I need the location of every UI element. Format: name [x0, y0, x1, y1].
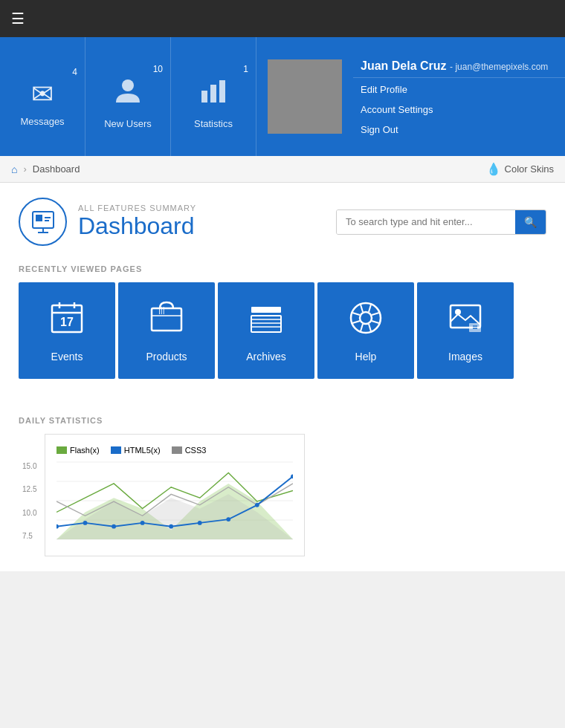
home-icon[interactable]: ⌂ — [11, 163, 17, 175]
svg-text:|||: ||| — [158, 305, 165, 314]
color-skins-dot-icon: 💧 — [486, 162, 501, 176]
daily-statistics-section: DAILY STATISTICS 15.0 12.5 10.0 7.5 Flas… — [0, 409, 565, 571]
chart-wrapper: 15.0 12.5 10.0 7.5 Flash(x) HTML5(x) — [19, 434, 301, 556]
svg-line-27 — [361, 305, 363, 312]
chart-y-labels: 15.0 12.5 10.0 7.5 — [22, 462, 36, 540]
breadcrumb-current: Dashboard — [33, 163, 80, 175]
new-users-label: New Users — [104, 118, 152, 129]
images-icon — [447, 299, 484, 343]
chart-container: Flash(x) HTML5(x) CSS3 — [45, 434, 305, 556]
hamburger-icon[interactable]: ☰ — [11, 10, 25, 27]
page-title: Dashboard — [78, 212, 196, 240]
svg-text:17: 17 — [60, 316, 74, 328]
dashboard-icon-circle — [19, 198, 67, 246]
archives-icon — [248, 299, 285, 343]
main-content: ALL FEATURES SUMMARY Dashboard 🔍 RECENTL… — [0, 183, 565, 409]
tile-products[interactable]: ||| Products — [118, 282, 215, 379]
search-input[interactable] — [337, 210, 515, 234]
svg-line-26 — [372, 321, 379, 323]
tiles-grid: 17 Events ||| Products — [19, 282, 546, 379]
svg-rect-3 — [219, 80, 225, 103]
svg-point-47 — [112, 524, 116, 529]
legend-html5: HTML5(x) — [111, 446, 161, 455]
statistics-icon — [198, 76, 228, 112]
profile-area: Juan Dela Cruz - juan@themepixels.com Ed… — [256, 37, 565, 156]
products-icon: ||| — [148, 299, 185, 343]
recently-viewed-label: RECENTLY VIEWED PAGES — [19, 264, 546, 273]
stats-bar: 4 ✉ Messages 10 New Users 1 Statistics — [0, 37, 565, 156]
svg-point-24 — [360, 312, 372, 324]
legend-css3-label: CSS3 — [185, 446, 207, 455]
color-skins-label: Color Skins — [505, 163, 554, 175]
svg-rect-18 — [251, 307, 281, 313]
svg-point-48 — [141, 521, 145, 525]
tile-archives[interactable]: Archives — [218, 282, 314, 379]
legend-flash: Flash(x) — [56, 446, 100, 455]
y-label-15: 15.0 — [22, 462, 36, 470]
svg-line-30 — [361, 324, 363, 331]
page-title-block: ALL FEATURES SUMMARY Dashboard — [78, 204, 196, 240]
new-users-count: 10 — [153, 64, 163, 74]
images-label: Images — [448, 351, 482, 363]
help-icon — [347, 299, 384, 343]
svg-rect-19 — [251, 316, 281, 332]
svg-rect-1 — [201, 91, 207, 103]
search-button[interactable]: 🔍 — [515, 210, 546, 234]
svg-line-28 — [369, 324, 371, 331]
svg-point-51 — [226, 517, 230, 521]
archives-label: Archives — [246, 351, 286, 363]
y-label-12: 12.5 — [22, 485, 36, 493]
color-skins-button[interactable]: 💧 Color Skins — [486, 162, 554, 176]
tile-images[interactable]: Images — [417, 282, 514, 379]
profile-menu-settings[interactable]: Account Settings — [353, 100, 565, 120]
chart-legend: Flash(x) HTML5(x) CSS3 — [56, 446, 293, 455]
top-navbar: ☰ — [0, 0, 565, 37]
profile-menu-signout[interactable]: Sign Out — [353, 120, 565, 140]
stat-item-statistics[interactable]: 1 Statistics — [171, 37, 256, 156]
products-label: Products — [146, 351, 187, 363]
tile-events[interactable]: 17 Events — [19, 282, 115, 379]
breadcrumb-left: ⌂ › Dashboard — [11, 163, 80, 175]
profile-name: Juan Dela Cruz - juan@themepixels.com — [353, 53, 565, 76]
breadcrumb: ⌂ › Dashboard 💧 Color Skins — [0, 156, 565, 183]
svg-line-29 — [369, 305, 371, 312]
svg-point-45 — [56, 524, 59, 529]
y-label-10: 10.0 — [22, 509, 36, 517]
profile-email: - juan@themepixels.com — [450, 62, 548, 72]
breadcrumb-separator: › — [23, 163, 26, 175]
svg-rect-35 — [469, 323, 481, 332]
events-label: Events — [51, 351, 83, 363]
messages-icon: ✉ — [31, 79, 54, 110]
svg-line-25 — [352, 313, 360, 315]
profile-dropdown: Juan Dela Cruz - juan@themepixels.com Ed… — [353, 37, 565, 156]
svg-point-23 — [351, 303, 381, 333]
statistics-label: Statistics — [194, 118, 233, 129]
svg-rect-15 — [152, 308, 181, 331]
page-header: ALL FEATURES SUMMARY Dashboard 🔍 — [19, 198, 546, 246]
new-users-icon — [113, 76, 143, 112]
legend-flash-label: Flash(x) — [70, 446, 100, 455]
messages-label: Messages — [20, 116, 64, 127]
page-header-left: ALL FEATURES SUMMARY Dashboard — [19, 198, 196, 246]
legend-html5-color — [111, 446, 121, 454]
daily-statistics-label: DAILY STATISTICS — [19, 409, 546, 425]
svg-point-46 — [83, 521, 88, 525]
stat-item-new-users[interactable]: 10 New Users — [85, 37, 171, 156]
chart-svg — [56, 461, 293, 542]
profile-separator — [353, 77, 565, 78]
tile-help[interactable]: Help — [317, 282, 414, 379]
svg-point-52 — [255, 503, 259, 507]
svg-point-50 — [198, 521, 202, 525]
svg-line-32 — [352, 321, 360, 323]
svg-line-31 — [372, 313, 379, 315]
page-subtitle: ALL FEATURES SUMMARY — [78, 204, 196, 212]
stat-item-messages[interactable]: 4 ✉ Messages — [0, 37, 85, 156]
svg-rect-2 — [210, 85, 216, 103]
svg-rect-7 — [36, 215, 42, 221]
events-icon: 17 — [48, 299, 85, 343]
help-label: Help — [355, 351, 377, 363]
svg-point-49 — [169, 524, 173, 529]
svg-point-0 — [122, 79, 134, 91]
profile-menu-edit[interactable]: Edit Profile — [353, 79, 565, 100]
legend-flash-color — [56, 446, 67, 454]
